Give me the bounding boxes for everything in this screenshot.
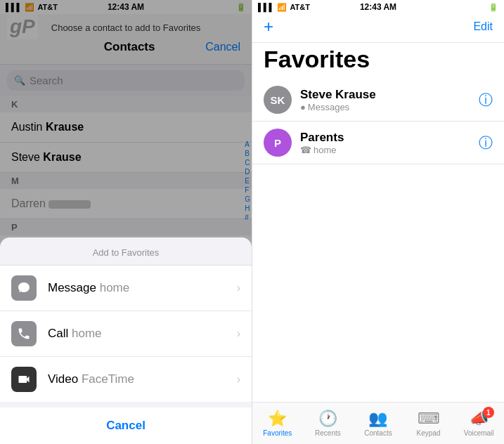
recents-tab-label: Recents: [315, 429, 341, 437]
avatar: P: [264, 129, 292, 157]
voicemail-badge-container: 📣 1: [470, 410, 489, 428]
info-button[interactable]: ⓘ: [479, 91, 493, 110]
info-button[interactable]: ⓘ: [479, 133, 493, 152]
favorites-tab-icon: ⭐: [268, 410, 287, 428]
call-label: Call home: [48, 327, 226, 341]
right-carrier-label: AT&T: [290, 3, 310, 11]
favorite-info: Steve Krause ● Messages: [300, 88, 470, 112]
favorite-sub-label: home: [314, 145, 337, 155]
right-battery: 🔋: [489, 3, 498, 12]
message-sub-icon: ●: [300, 102, 306, 112]
voicemail-badge: 1: [483, 407, 494, 418]
favorite-info: Parents ☎ home: [300, 131, 470, 155]
message-sub: home: [100, 281, 130, 294]
right-signal-icon: ▌▌▌: [258, 3, 274, 11]
tab-contacts[interactable]: 👥 Contacts: [353, 410, 403, 437]
right-time: 12:43 AM: [360, 2, 396, 12]
message-chevron-icon: ›: [237, 282, 240, 294]
favorite-sub-label: Messages: [308, 102, 349, 112]
keypad-tab-label: Keypad: [417, 429, 441, 437]
action-sheet: Add to Favorites Message home ›: [0, 237, 252, 444]
call-icon: [11, 321, 37, 346]
favorite-sub: ☎ home: [300, 145, 470, 155]
contacts-tab-label: Contacts: [364, 429, 392, 437]
right-status-bar: ▌▌▌ 📶 AT&T 12:43 AM 🔋: [252, 0, 504, 14]
video-icon: [11, 367, 37, 392]
voicemail-tab-label: Voicemail: [464, 429, 494, 437]
action-message-option[interactable]: Message home ›: [0, 266, 252, 311]
tab-bar: ⭐ Favorites 🕐 Recents 👥 Contacts ⌨ Keypa…: [252, 402, 504, 444]
message-icon: [11, 275, 37, 301]
favorites-header: + Edit: [252, 14, 504, 43]
action-sheet-overlay: Add to Favorites Message home ›: [0, 0, 252, 444]
favorite-sub: ● Messages: [300, 102, 470, 112]
edit-button[interactable]: Edit: [473, 20, 493, 33]
left-panel: ▌▌▌ 📶 AT&T 12:43 AM 🔋 gP Choose a contac…: [0, 0, 252, 444]
right-wifi-icon: 📶: [277, 3, 287, 12]
video-label: Video FaceTime: [48, 372, 226, 386]
tab-keypad[interactable]: ⌨ Keypad: [403, 410, 454, 437]
tab-recents[interactable]: 🕐 Recents: [303, 410, 354, 437]
tab-favorites[interactable]: ⭐ Favorites: [252, 410, 303, 437]
add-favorite-button[interactable]: +: [264, 17, 273, 37]
favorite-name: Parents: [300, 131, 470, 145]
action-sheet-cancel-button[interactable]: Cancel: [0, 407, 252, 444]
action-call-option[interactable]: Call home ›: [0, 311, 252, 357]
table-row: P Parents ☎ home ⓘ: [252, 122, 504, 164]
favorites-title: Favorites: [252, 43, 504, 79]
message-label: Message home: [48, 281, 226, 295]
action-sheet-title: Add to Favorites: [0, 237, 252, 266]
avatar: SK: [264, 86, 292, 114]
table-row: SK Steve Krause ● Messages ⓘ: [252, 79, 504, 122]
right-carrier: ▌▌▌ 📶 AT&T: [258, 3, 310, 12]
contacts-tab-icon: 👥: [368, 410, 387, 428]
keypad-tab-icon: ⌨: [418, 410, 440, 428]
action-video-option[interactable]: Video FaceTime ›: [0, 357, 252, 402]
favorites-list: SK Steve Krause ● Messages ⓘ P Parents ☎…: [252, 79, 504, 402]
favorites-tab-label: Favorites: [263, 429, 292, 437]
call-chevron-icon: ›: [237, 327, 240, 340]
video-chevron-icon: ›: [237, 373, 240, 386]
video-sub: FaceTime: [82, 372, 134, 386]
call-sub: home: [72, 327, 102, 340]
favorite-name: Steve Krause: [300, 88, 470, 102]
right-panel: ▌▌▌ 📶 AT&T 12:43 AM 🔋 + Edit Favorites S…: [252, 0, 504, 444]
recents-tab-icon: 🕐: [318, 410, 337, 428]
phone-sub-icon: ☎: [300, 145, 311, 155]
tab-voicemail[interactable]: 📣 1 Voicemail: [453, 410, 504, 437]
